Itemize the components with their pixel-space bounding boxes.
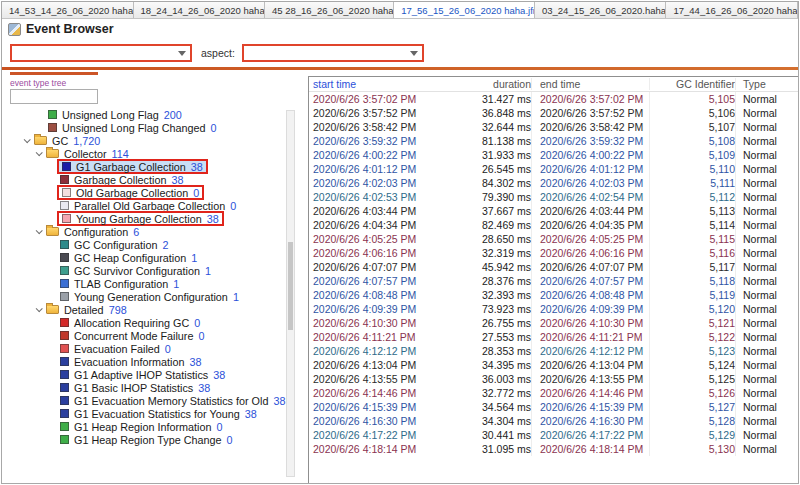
tree-item[interactable]: G1 Adaptive IHOP Statistics38 — [2, 368, 308, 381]
file-tab[interactable]: 14_53_14_26_06_2020 haha.jfr — [2, 2, 134, 18]
tree-scrollbar[interactable] — [286, 110, 295, 477]
expand-arrow-icon[interactable] — [36, 305, 43, 312]
table-row[interactable]: 2020/6/26 3:59:32 PM81.138 ms2020/6/26 3… — [309, 134, 798, 148]
jmc-window: 14_53_14_26_06_2020 haha.jfr18_24_14_26_… — [1, 1, 799, 484]
column-header[interactable]: start time — [309, 78, 459, 90]
tree-item[interactable]: GC1,720 — [2, 134, 308, 147]
table-row[interactable]: 2020/6/26 4:01:12 PM26.545 ms2020/6/26 4… — [309, 162, 798, 176]
tree-item[interactable]: Young Generation Configuration1 — [2, 290, 308, 303]
filter-combo[interactable] — [10, 44, 192, 62]
tree-item[interactable]: GC Survivor Configuration1 — [2, 264, 308, 277]
table-row[interactable]: 2020/6/26 4:13:55 PM36.003 ms2020/6/26 4… — [309, 372, 798, 386]
tree-item-count: 2 — [162, 239, 168, 251]
start-time-cell: 2020/6/26 4:00:22 PM — [309, 148, 459, 162]
table-row[interactable]: 2020/6/26 4:00:22 PM31.933 ms2020/6/26 4… — [309, 148, 798, 162]
tree-item[interactable]: G1 Heap Region Information0 — [2, 420, 308, 433]
file-tab[interactable]: 45 28_16_26_06_2020 haha.jfr — [265, 2, 394, 18]
tree-search-input[interactable] — [10, 89, 98, 104]
tree-scrollbar-thumb[interactable] — [288, 242, 293, 330]
table-row[interactable]: 2020/6/26 4:08:48 PM32.393 ms2020/6/26 4… — [309, 288, 798, 302]
end-time-cell: 2020/6/26 4:16:30 PM — [531, 414, 649, 428]
end-time-cell: 2020/6/26 4:00:22 PM — [531, 148, 649, 162]
tree-item[interactable]: Evacuation Failed0 — [2, 342, 308, 355]
tree-item[interactable]: Young Garbage Collection38 — [2, 212, 308, 225]
table-row[interactable]: 2020/6/26 4:06:16 PM32.319 ms2020/6/26 4… — [309, 246, 798, 260]
chevron-down-icon — [178, 51, 186, 56]
tree-item[interactable]: GC Heap Configuration1 — [2, 251, 308, 264]
expand-arrow-icon[interactable] — [36, 149, 43, 156]
column-header[interactable]: end time — [531, 78, 649, 90]
type-cell: Normal — [735, 162, 798, 176]
tree-item[interactable]: Unsigned Long Flag Changed0 — [2, 121, 308, 134]
end-time-cell: 2020/6/26 4:10:30 PM — [531, 316, 649, 330]
tree-item[interactable]: Allocation Requiring GC0 — [2, 316, 308, 329]
tree-item[interactable]: G1 Basic IHOP Statistics38 — [2, 381, 308, 394]
duration-cell: 30.441 ms — [459, 428, 531, 442]
end-time-cell: 2020/6/26 4:13:04 PM — [531, 358, 649, 372]
table-row[interactable]: 2020/6/26 3:57:02 PM31.427 ms2020/6/26 3… — [309, 92, 798, 106]
tree-item[interactable]: Old Garbage Collection0 — [2, 186, 308, 199]
table-row[interactable]: 2020/6/26 4:09:39 PM73.923 ms2020/6/26 4… — [309, 302, 798, 316]
type-cell: Normal — [735, 190, 798, 204]
table-row[interactable]: 2020/6/26 4:17:22 PM30.441 ms2020/6/26 4… — [309, 428, 798, 442]
event-type-color-icon — [48, 110, 57, 119]
end-time-cell: 2020/6/26 4:17:22 PM — [531, 428, 649, 442]
type-cell: Normal — [735, 92, 798, 106]
file-tab[interactable]: 17_56_15_26_06_2020 haha.jfr✕ — [394, 2, 535, 18]
tree-item[interactable]: G1 Heap Region Type Change0 — [2, 433, 308, 446]
tree-item[interactable]: G1 Evacuation Statistics for Young38 — [2, 407, 308, 420]
event-type-color-icon — [60, 435, 69, 444]
tree-item[interactable]: GC Configuration2 — [2, 238, 308, 251]
tree-item-content: Unsigned Long Flag Changed0 — [48, 121, 216, 134]
table-row[interactable]: 2020/6/26 3:58:42 PM32.644 ms2020/6/26 3… — [309, 120, 798, 134]
table-row[interactable]: 2020/6/26 4:05:25 PM28.650 ms2020/6/26 4… — [309, 232, 798, 246]
table-row[interactable]: 2020/6/26 4:11:21 PM27.553 ms2020/6/26 4… — [309, 330, 798, 344]
tree-item[interactable]: Detailed798 — [2, 303, 308, 316]
gc-identifier-cell: 5,118 — [649, 274, 735, 288]
filter-bar: aspect: — [2, 40, 798, 67]
tree-item[interactable]: Configuration6 — [2, 225, 308, 238]
file-tab[interactable]: 18_24_14_26_06_2020 haha.jfr — [134, 2, 266, 18]
table-row[interactable]: 2020/6/26 4:12:12 PM28.353 ms2020/6/26 4… — [309, 344, 798, 358]
gc-identifier-cell: 5,127 — [649, 400, 735, 414]
tree-item-content: G1 Evacuation Statistics for Young38 — [60, 407, 257, 420]
start-time-cell: 2020/6/26 4:07:57 PM — [309, 274, 459, 288]
file-tab[interactable]: 03_24_15_26_06_2020.haha.jfr — [535, 2, 667, 18]
column-header[interactable]: GC Identifier — [649, 78, 735, 90]
gc-identifier-cell: 5,111 — [649, 176, 735, 190]
table-row[interactable]: 2020/6/26 4:13:04 PM34.395 ms2020/6/26 4… — [309, 358, 798, 372]
table-row[interactable]: 2020/6/26 4:18:14 PM31.095 ms2020/6/26 4… — [309, 442, 798, 456]
tree-item-content: Evacuation Failed0 — [60, 342, 171, 355]
tree-item-content: Configuration6 — [46, 225, 139, 238]
column-header[interactable]: Type — [735, 78, 798, 90]
table-row[interactable]: 2020/6/26 4:02:03 PM84.302 ms2020/6/26 4… — [309, 176, 798, 190]
table-row[interactable]: 2020/6/26 4:15:39 PM34.564 ms2020/6/26 4… — [309, 400, 798, 414]
tree-item[interactable]: G1 Garbage Collection38 — [2, 160, 308, 173]
table-row[interactable]: 2020/6/26 4:07:07 PM45.942 ms2020/6/26 4… — [309, 260, 798, 274]
table-row[interactable]: 2020/6/26 4:10:30 PM26.755 ms2020/6/26 4… — [309, 316, 798, 330]
event-type-color-icon — [60, 266, 69, 275]
tree-item[interactable]: Unsigned Long Flag200 — [2, 108, 308, 121]
tree-item[interactable]: G1 Evacuation Memory Statistics for Old3… — [2, 394, 308, 407]
expand-arrow-icon[interactable] — [24, 136, 31, 143]
tree-item[interactable]: TLAB Configuration1 — [2, 277, 308, 290]
tree-item[interactable]: Evacuation Information38 — [2, 355, 308, 368]
file-tab[interactable]: 17_44_16_26_06_2020 haha.jfr — [666, 2, 798, 18]
tree-item[interactable]: Concurrent Mode Failure0 — [2, 329, 308, 342]
table-row[interactable]: 2020/6/26 4:07:57 PM28.376 ms2020/6/26 4… — [309, 274, 798, 288]
table-row[interactable]: 2020/6/26 4:16:30 PM34.304 ms2020/6/26 4… — [309, 414, 798, 428]
column-header[interactable]: duration — [459, 78, 531, 90]
table-row[interactable]: 2020/6/26 3:57:52 PM36.848 ms2020/6/26 3… — [309, 106, 798, 120]
expand-arrow-icon[interactable] — [36, 227, 43, 234]
table-row[interactable]: 2020/6/26 4:03:44 PM37.667 ms2020/6/26 4… — [309, 204, 798, 218]
tree-item-count: 38 — [207, 213, 219, 225]
table-row[interactable]: 2020/6/26 4:04:34 PM82.469 ms2020/6/26 4… — [309, 218, 798, 232]
table-row[interactable]: 2020/6/26 4:02:53 PM79.390 ms2020/6/26 4… — [309, 190, 798, 204]
aspect-combo[interactable] — [242, 44, 424, 62]
table-row[interactable]: 2020/6/26 4:14:46 PM32.772 ms2020/6/26 4… — [309, 386, 798, 400]
tree-item-count: 0 — [194, 317, 200, 329]
end-time-cell: 2020/6/26 4:01:12 PM — [531, 162, 649, 176]
start-time-cell: 2020/6/26 4:14:46 PM — [309, 386, 459, 400]
start-time-cell: 2020/6/26 4:07:07 PM — [309, 260, 459, 274]
tree-item-label: Configuration — [64, 226, 128, 238]
